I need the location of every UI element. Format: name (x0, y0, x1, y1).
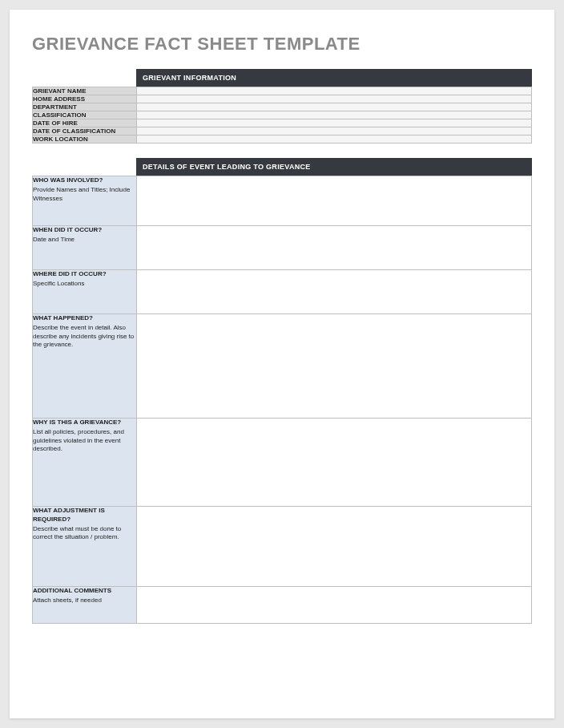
label-classification: CLASSIFICATION (33, 111, 137, 119)
table-row: WHO WAS INVOLVED? Provide Names and Titl… (33, 176, 532, 226)
question-text: WHAT HAPPENED? (33, 314, 136, 323)
section1-header-row: GRIEVANT INFORMATION (32, 69, 532, 87)
question-text: WHY IS THIS A GRIEVANCE? (33, 419, 136, 427)
page-title: GRIEVANCE FACT SHEET TEMPLATE (32, 34, 532, 55)
table-row: DEPARTMENT (33, 103, 532, 111)
table-row: CLASSIFICATION (33, 111, 532, 119)
description-text: Provide Names and Titles; Include Witnes… (33, 186, 130, 202)
grievant-info-table: GRIEVANT NAME HOME ADDRESS DEPARTMENT CL… (32, 87, 532, 144)
table-row: WORK LOCATION (33, 135, 532, 144)
value-work-location[interactable] (137, 135, 532, 144)
label-adjustment-required: WHAT ADJUSTMENT IS REQUIRED? Describe wh… (33, 507, 137, 587)
section1-spacer (32, 69, 136, 87)
value-additional-comments[interactable] (137, 587, 532, 624)
question-text: WHO WAS INVOLVED? (33, 176, 136, 185)
description-text: Date and Time (33, 236, 75, 243)
label-department: DEPARTMENT (33, 103, 137, 111)
table-row: WHY IS THIS A GRIEVANCE? List all polici… (33, 419, 532, 507)
label-home-address: HOME ADDRESS (33, 95, 137, 103)
details-table: WHO WAS INVOLVED? Provide Names and Titl… (32, 176, 532, 624)
description-text: Describe what must be done to correct th… (33, 525, 121, 541)
description-text: List all policies, procedures, and guide… (33, 428, 124, 453)
label-when-did-it-occur: WHEN DID IT OCCUR? Date and Time (33, 226, 137, 270)
section2-header-row: DETAILS OF EVENT LEADING TO GRIEVANCE (32, 158, 532, 176)
value-date-of-hire[interactable] (137, 119, 532, 127)
label-who-was-involved: WHO WAS INVOLVED? Provide Names and Titl… (33, 176, 137, 226)
description-text: Describe the event in detail. Also descr… (33, 324, 134, 349)
label-where-did-it-occur: WHERE DID IT OCCUR? Specific Locations (33, 270, 137, 314)
section1-header: GRIEVANT INFORMATION (136, 69, 532, 87)
label-why-grievance: WHY IS THIS A GRIEVANCE? List all polici… (33, 419, 137, 507)
table-row: DATE OF HIRE (33, 119, 532, 127)
label-date-of-hire: DATE OF HIRE (33, 119, 137, 127)
table-row: ADDITIONAL COMMENTS Attach sheets, if ne… (33, 587, 532, 624)
label-what-happened: WHAT HAPPENED? Describe the event in det… (33, 314, 137, 419)
table-row: GRIEVANT NAME (33, 87, 532, 95)
question-text: WHERE DID IT OCCUR? (33, 270, 136, 279)
table-row: WHERE DID IT OCCUR? Specific Locations (33, 270, 532, 314)
value-date-of-classification[interactable] (137, 127, 532, 135)
description-text: Attach sheets, if needed (33, 597, 102, 604)
table-row: HOME ADDRESS (33, 95, 532, 103)
table-row: WHEN DID IT OCCUR? Date and Time (33, 226, 532, 270)
value-who-was-involved[interactable] (137, 176, 532, 226)
value-department[interactable] (137, 103, 532, 111)
question-text: ADDITIONAL COMMENTS (33, 587, 136, 596)
label-additional-comments: ADDITIONAL COMMENTS Attach sheets, if ne… (33, 587, 137, 624)
description-text: Specific Locations (33, 280, 84, 287)
value-home-address[interactable] (137, 95, 532, 103)
table-row: DATE OF CLASSIFICATION (33, 127, 532, 135)
label-date-of-classification: DATE OF CLASSIFICATION (33, 127, 137, 135)
value-classification[interactable] (137, 111, 532, 119)
document-page: GRIEVANCE FACT SHEET TEMPLATE GRIEVANT I… (10, 10, 554, 718)
section2-spacer (32, 158, 136, 176)
question-text: WHAT ADJUSTMENT IS REQUIRED? (33, 507, 136, 524)
question-text: WHEN DID IT OCCUR? (33, 226, 136, 235)
value-grievant-name[interactable] (137, 87, 532, 95)
value-why-grievance[interactable] (137, 419, 532, 507)
value-what-happened[interactable] (137, 314, 532, 419)
label-work-location: WORK LOCATION (33, 135, 137, 144)
value-adjustment-required[interactable] (137, 507, 532, 587)
value-where-did-it-occur[interactable] (137, 270, 532, 314)
table-row: WHAT HAPPENED? Describe the event in det… (33, 314, 532, 419)
label-grievant-name: GRIEVANT NAME (33, 87, 137, 95)
table-row: WHAT ADJUSTMENT IS REQUIRED? Describe wh… (33, 507, 532, 587)
value-when-did-it-occur[interactable] (137, 226, 532, 270)
section2-header: DETAILS OF EVENT LEADING TO GRIEVANCE (136, 158, 532, 176)
